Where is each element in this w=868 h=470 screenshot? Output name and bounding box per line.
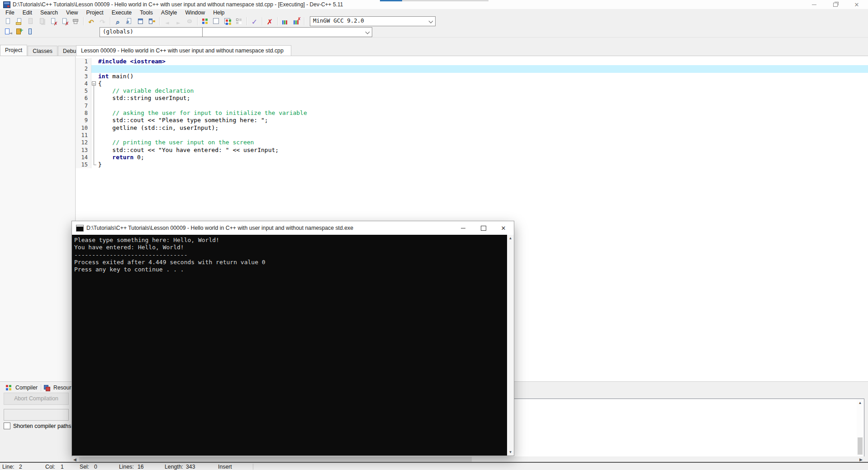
menu-view[interactable]: View xyxy=(62,9,82,16)
code-line-10[interactable]: 10 getline (std::cin, userInput); xyxy=(76,124,868,132)
code-line-14[interactable]: 14 return 0; xyxy=(76,154,868,161)
toggle-bookmarks-icon xyxy=(15,28,23,35)
menu-file[interactable]: File xyxy=(1,9,19,16)
code-line-5[interactable]: 5 // variable declaration xyxy=(76,87,868,95)
code-line-15[interactable]: 15} xyxy=(76,161,868,168)
status-lines-value: 16 xyxy=(138,464,144,470)
project-options-button[interactable] xyxy=(222,16,233,26)
insert-button[interactable] xyxy=(2,27,14,37)
find-button[interactable] xyxy=(112,16,123,26)
console-title-bar[interactable]: D:\Tutorials\C++ Tutorials\Lesson 00009 … xyxy=(72,221,514,235)
insert-icon xyxy=(4,28,12,35)
console-vertical-scrollbar[interactable]: ▲ ▼ xyxy=(507,235,514,456)
profile-button[interactable] xyxy=(280,16,291,26)
shorten-compiler-paths-checkbox[interactable] xyxy=(4,423,10,429)
globals-select-value: (globals) xyxy=(103,28,133,35)
scroll-up-icon[interactable]: ▲ xyxy=(507,235,514,242)
console-close-button[interactable]: ✕ xyxy=(493,221,513,235)
scroll-down-icon[interactable]: ▼ xyxy=(507,449,514,456)
close-icon xyxy=(49,18,57,25)
tab-compiler[interactable]: Compiler xyxy=(2,383,41,392)
package-manager-button[interactable] xyxy=(233,16,245,26)
undo-button[interactable] xyxy=(85,16,97,26)
save-all-button[interactable] xyxy=(36,16,47,26)
code-line-11[interactable]: 11 xyxy=(76,132,868,139)
remove-from-project-icon xyxy=(213,18,220,25)
goto-declaration-icon xyxy=(186,18,194,25)
console-line-1: Please type something here: Hello, World… xyxy=(74,237,505,244)
code-line-4[interactable]: 4{ xyxy=(76,80,868,87)
goto-bookmarks-button[interactable] xyxy=(25,27,36,37)
console-output-area[interactable]: Please type something here: Hello, World… xyxy=(72,235,514,456)
editor-tab-strip: Lesson 00009 - Hello world in C++ with u… xyxy=(76,45,868,56)
code-line-13[interactable]: 13 std::cout << "You have entered: " << … xyxy=(76,147,868,154)
console-maximize-button[interactable] xyxy=(474,221,493,235)
open-button[interactable] xyxy=(14,16,25,26)
save-icon xyxy=(27,18,34,25)
redo-icon xyxy=(99,18,106,25)
close-all-button[interactable] xyxy=(59,16,70,26)
compiler-select[interactable]: MinGW GCC 9.2.0 xyxy=(310,16,436,26)
project-panel[interactable] xyxy=(0,56,76,383)
close-button[interactable]: ✕ xyxy=(849,0,864,9)
console-window[interactable]: D:\Tutorials\C++ Tutorials\Lesson 00009 … xyxy=(71,221,514,456)
code-line-7[interactable]: 7 xyxy=(76,102,868,109)
new-source-button[interactable] xyxy=(2,16,14,26)
tab-project[interactable]: Project xyxy=(0,45,27,57)
editor-tab[interactable]: Lesson 00009 - Hello world in C++ with u… xyxy=(76,45,291,56)
code-line-9[interactable]: 9 std::cout << "Please type something he… xyxy=(76,117,868,124)
menu-tools[interactable]: Tools xyxy=(136,9,157,16)
profile-icon xyxy=(281,18,289,25)
forward-button[interactable] xyxy=(173,16,184,26)
console-minimize-button[interactable] xyxy=(453,221,473,235)
code-line-6[interactable]: 6 std::string userInput; xyxy=(76,95,868,102)
menu-edit[interactable]: Edit xyxy=(19,9,36,16)
compiler-select-value: MinGW GCC 9.2.0 xyxy=(313,17,364,24)
replace-button[interactable] xyxy=(135,16,146,26)
code-line-3[interactable]: 3int main() xyxy=(76,73,868,80)
code-line-1[interactable]: 1#include <iostream> xyxy=(76,58,868,65)
code-line-8[interactable]: 8 // asking the user for input to initia… xyxy=(76,109,868,117)
menu-window[interactable]: Window xyxy=(181,9,209,16)
toolbar-separator xyxy=(277,17,278,25)
goto-declaration-button[interactable] xyxy=(184,16,195,26)
back-button[interactable] xyxy=(161,16,173,26)
scroll-up-icon[interactable]: ▲ xyxy=(857,399,863,406)
code-line-2[interactable]: 2 xyxy=(76,65,868,72)
chevron-down-icon xyxy=(365,30,370,34)
abort-compilation-button[interactable]: Abort Compilation xyxy=(4,393,69,405)
find-in-files-button[interactable] xyxy=(123,16,135,26)
log-vertical-scrollbar[interactable]: ▲ ▼ xyxy=(857,399,863,463)
toolbar-main: MinGW GCC 9.2.0 xyxy=(0,16,868,26)
members-select[interactable] xyxy=(202,27,372,37)
goto-line-button[interactable] xyxy=(146,16,157,26)
compile-icon xyxy=(251,18,258,25)
scrollbar-thumb[interactable] xyxy=(858,437,863,455)
menu-execute[interactable]: Execute xyxy=(108,9,136,16)
restore-button[interactable] xyxy=(828,0,843,9)
new-project-button[interactable] xyxy=(199,16,211,26)
close-button[interactable] xyxy=(47,16,59,26)
code-line-12[interactable]: 12 // printing the user input on the scr… xyxy=(76,139,868,146)
close-all-icon xyxy=(61,18,68,25)
minimize-button[interactable] xyxy=(806,0,822,9)
save-button[interactable] xyxy=(25,16,36,26)
menu-project[interactable]: Project xyxy=(82,9,107,16)
menu-help[interactable]: Help xyxy=(209,9,228,16)
compile-button[interactable] xyxy=(249,16,260,26)
toggle-bookmarks-button[interactable] xyxy=(14,27,25,37)
remove-from-project-button[interactable] xyxy=(211,16,222,26)
redo-button[interactable] xyxy=(97,16,108,26)
menu-search[interactable]: Search xyxy=(36,9,62,16)
tab-classes[interactable]: Classes xyxy=(28,46,57,57)
menu-bar: FileEditSearchViewProjectExecuteToolsASt… xyxy=(0,9,868,16)
status-line-value: 2 xyxy=(19,464,22,470)
print-button[interactable] xyxy=(70,16,81,26)
abort-compilation-button[interactable] xyxy=(264,16,275,26)
menu-astyle[interactable]: AStyle xyxy=(157,9,181,16)
abort-compilation-icon xyxy=(266,18,274,25)
globals-select[interactable]: (globals) xyxy=(100,27,212,37)
delete-profiling-button[interactable] xyxy=(291,16,302,26)
replace-icon xyxy=(137,18,144,25)
toolbar-separator xyxy=(247,17,247,25)
